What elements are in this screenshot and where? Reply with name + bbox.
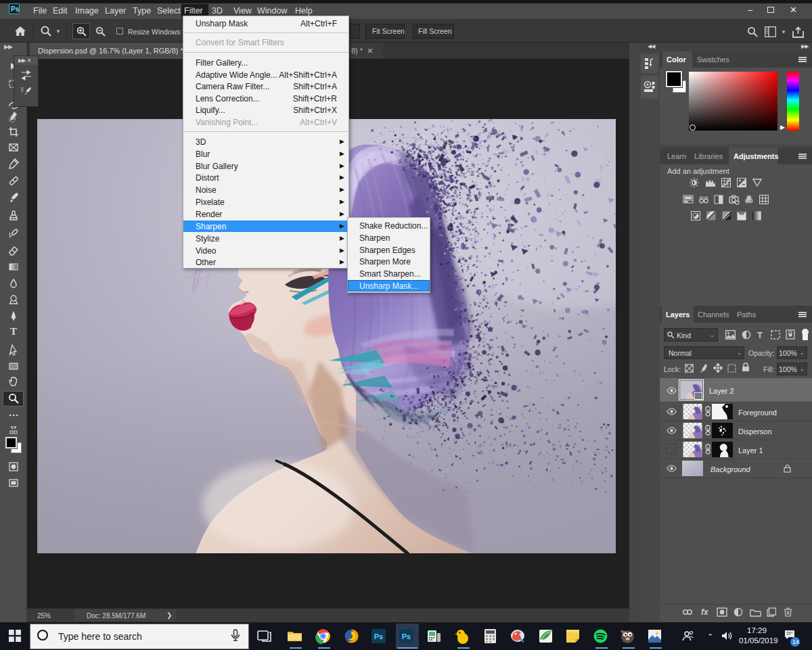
svg-text:T: T (10, 326, 17, 337)
svg-text:Ps: Ps (374, 632, 383, 641)
svg-text:Ps: Ps (402, 632, 411, 641)
